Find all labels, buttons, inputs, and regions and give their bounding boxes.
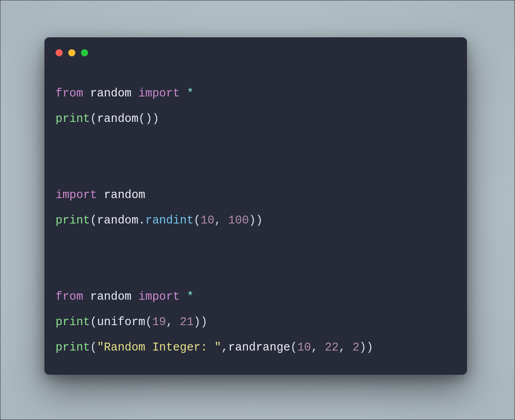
- code-token: *: [187, 290, 194, 303]
- code-token: (: [90, 341, 97, 354]
- code-token: import: [138, 290, 187, 303]
- code-token: print: [56, 341, 90, 354]
- code-token: )): [359, 341, 373, 354]
- code-token: random: [97, 112, 138, 125]
- code-token: print: [56, 112, 90, 125]
- zoom-dot-icon: [81, 49, 88, 56]
- code-token: (: [90, 112, 97, 125]
- code-token: 22: [325, 341, 339, 354]
- code-token: random: [104, 189, 145, 202]
- code-token: 100: [228, 214, 249, 227]
- code-token: 2: [352, 341, 359, 354]
- code-token: ()): [138, 112, 159, 125]
- code-token: "Random Integer: ": [97, 341, 221, 354]
- code-token: print: [56, 214, 90, 227]
- code-token: random: [97, 214, 138, 227]
- code-token: random: [90, 87, 138, 100]
- code-token: randint: [145, 214, 194, 227]
- code-token: )): [194, 316, 208, 329]
- code-token: (: [290, 341, 297, 354]
- code-token: (: [145, 316, 152, 329]
- code-token: (: [194, 214, 200, 227]
- code-token: randrange: [228, 341, 290, 354]
- code-window: from random import * print(random()) imp…: [44, 37, 467, 375]
- code-token: uniform: [97, 316, 145, 329]
- code-token: ,: [339, 341, 353, 354]
- code-token: random: [90, 290, 138, 303]
- code-block: from random import * print(random()) imp…: [56, 81, 373, 360]
- code-token: from: [56, 290, 90, 303]
- code-token: 10: [297, 341, 311, 354]
- code-token: import: [138, 87, 187, 100]
- code-token: 21: [180, 316, 194, 329]
- code-token: 19: [152, 316, 166, 329]
- code-token: from: [56, 87, 90, 100]
- code-token: ,: [214, 214, 228, 227]
- code-token: print: [56, 316, 90, 329]
- code-token: *: [187, 87, 194, 100]
- code-token: ,: [311, 341, 325, 354]
- window-traffic-lights: [56, 49, 88, 56]
- code-token: ,: [166, 316, 180, 329]
- minimize-dot-icon: [68, 49, 75, 56]
- code-token: .: [138, 214, 145, 227]
- code-token: import: [56, 189, 104, 202]
- code-token: (: [90, 214, 97, 227]
- close-dot-icon: [56, 49, 63, 56]
- code-token: 10: [200, 214, 214, 227]
- code-token: )): [249, 214, 263, 227]
- code-token: ,: [221, 341, 228, 354]
- code-token: (: [90, 316, 97, 329]
